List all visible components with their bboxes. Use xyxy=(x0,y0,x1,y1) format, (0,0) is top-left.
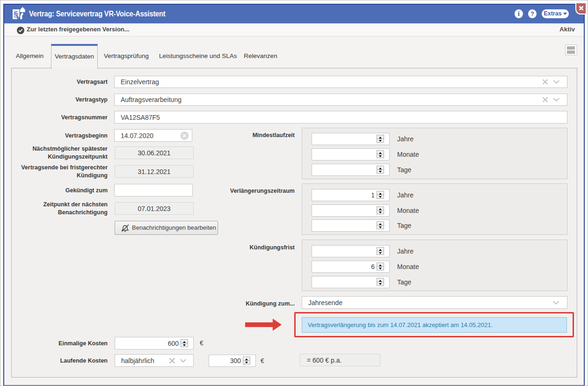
svg-text:§: § xyxy=(14,10,18,19)
